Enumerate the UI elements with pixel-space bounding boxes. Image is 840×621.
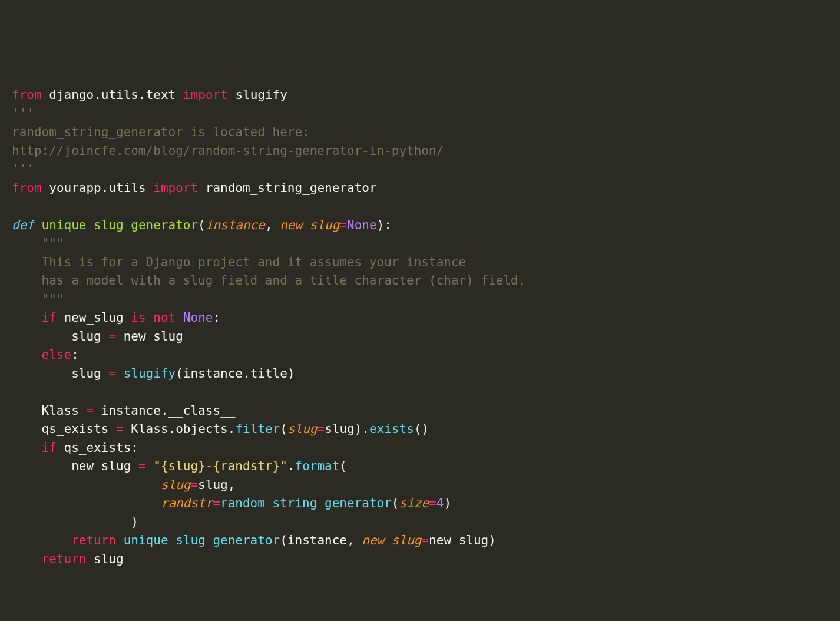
paren: ) [488, 533, 496, 547]
indent [12, 422, 42, 436]
string-literal: "{slug}-{randstr}" [153, 459, 287, 473]
code-line-15: else: [12, 348, 79, 362]
kwarg: size [399, 496, 429, 510]
variable: new_slug [116, 329, 183, 343]
paren: ( [280, 422, 287, 436]
space [146, 310, 154, 325]
operator: = [108, 366, 116, 381]
number-literal: 4 [436, 496, 444, 510]
kwarg: slug [287, 422, 318, 436]
operator: = [138, 459, 146, 473]
indent [12, 515, 131, 529]
space [116, 533, 124, 547]
colon: : [213, 310, 220, 325]
code-line-26: return slug [12, 552, 124, 566]
code-line-19: qs_exists = Klass.objects.filter(slug=sl… [12, 422, 429, 436]
dot: . [287, 459, 295, 473]
space [176, 310, 183, 325]
variable: qs_exists [42, 422, 116, 436]
code-line-2: ''' [12, 107, 34, 121]
variable: slug [71, 366, 108, 381]
imported-name: random_string_generator [206, 181, 377, 195]
paren: ) [444, 496, 451, 510]
keyword-return: return [42, 552, 87, 566]
code-line-9: """ [12, 236, 64, 250]
parameter: instance [206, 218, 265, 232]
function-call: filter [235, 422, 280, 436]
paren: ( [176, 366, 183, 381]
dot: . [362, 422, 369, 436]
indent [12, 478, 161, 492]
docstring-text: This is for a Django project and it assu… [42, 255, 474, 269]
indent [12, 404, 42, 418]
paren: ) [131, 515, 138, 529]
code-line-21: new_slug = "{slug}-{randstr}".format( [12, 459, 347, 473]
variable: slug [71, 329, 108, 343]
paren: ) [422, 422, 429, 436]
keyword-else: else [42, 348, 72, 362]
indent [12, 292, 42, 306]
code-line-6: from yourapp.utils import random_string_… [12, 181, 377, 195]
paren: ) [377, 218, 385, 232]
variable: slug [86, 552, 123, 566]
docstring-text: random_string_generator is located here: [12, 125, 310, 139]
indent [12, 273, 42, 288]
variable: Klass [42, 404, 87, 418]
argument: instance [183, 366, 243, 381]
keyword-from: from [12, 181, 42, 195]
indent [12, 441, 42, 455]
none-literal: None [347, 218, 377, 232]
code-line-23: randstr=random_string_generator(size=4) [12, 496, 451, 510]
code-line-16: slug = slugify(instance.title) [12, 366, 295, 381]
indent [12, 496, 161, 510]
code-line-20: if qs_exists: [12, 441, 138, 455]
paren: ( [392, 496, 399, 510]
space [116, 366, 124, 381]
code-block: from django.utils.text import slugify ''… [12, 86, 828, 569]
code-line-18: Klass = instance.__class__ [12, 404, 235, 418]
module: text [146, 88, 176, 102]
colon: : [384, 218, 392, 232]
kwarg: new_slug [362, 533, 421, 547]
function-call: slugify [124, 366, 176, 381]
operator: = [213, 496, 220, 510]
module: django [49, 88, 94, 102]
dot: . [161, 404, 168, 418]
keyword-if: if [42, 441, 57, 455]
argument: instance [287, 533, 347, 547]
code-line-12: """ [12, 292, 64, 306]
colon: : [71, 348, 79, 362]
paren: ( [339, 459, 347, 473]
operator: = [339, 218, 347, 232]
dot: . [101, 181, 109, 195]
module: utils [101, 88, 138, 102]
indent [12, 236, 42, 250]
operator: = [421, 533, 429, 547]
variable: Klass [131, 422, 168, 436]
code-line-13: if new_slug is not None: [12, 310, 220, 325]
module: utils [108, 181, 145, 195]
dot: . [94, 88, 101, 102]
docstring-quotes: """ [42, 236, 64, 250]
dot: . [138, 88, 146, 102]
keyword-not: not [153, 310, 176, 325]
variable: instance [94, 404, 161, 418]
keyword-import: import [153, 181, 198, 195]
keyword-return: return [71, 533, 116, 547]
argument: new_slug [429, 533, 488, 547]
space [124, 422, 131, 436]
code-line-10: This is for a Django project and it assu… [12, 255, 474, 269]
docstring-quotes: """ [42, 292, 64, 306]
paren: ) [287, 366, 295, 381]
code-line-14: slug = new_slug [12, 329, 183, 343]
space [146, 459, 154, 473]
argument: slug [325, 422, 355, 436]
dot: . [228, 422, 236, 436]
code-line-1: from django.utils.text import slugify [12, 88, 287, 102]
indent [12, 255, 42, 269]
function-call: random_string_generator [220, 496, 392, 510]
operator: = [108, 329, 116, 343]
kwarg: randstr [161, 496, 213, 510]
none-literal: None [183, 310, 213, 325]
imported-name: slugify [235, 88, 287, 102]
